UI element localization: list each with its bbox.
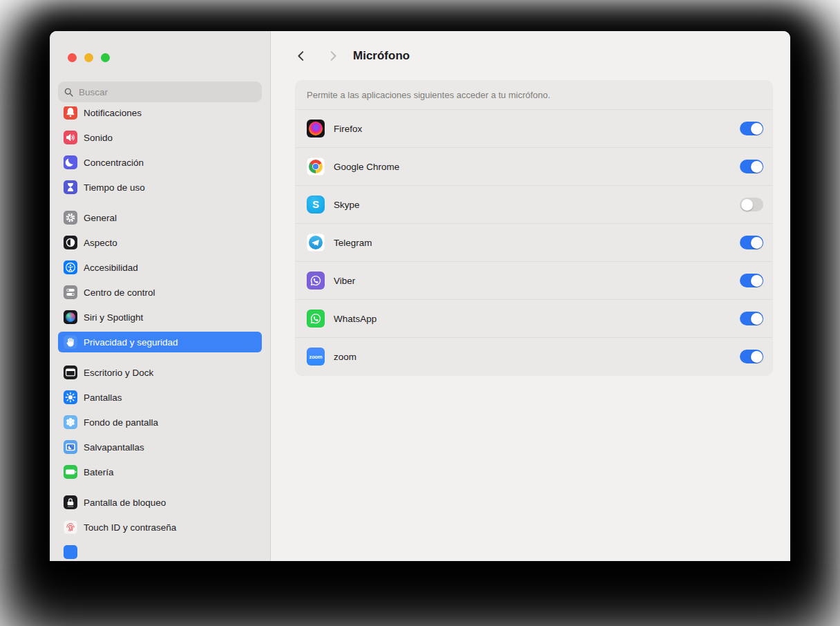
sidebar-item-notificaciones[interactable]: Notificaciones	[58, 106, 262, 123]
sidebar-item-label: Salvapantallas	[84, 442, 144, 453]
sidebar-group: NotificacionesSonidoConcentraciónTiempo …	[58, 106, 262, 198]
sidebar-item-pantalla-de-bloqueo[interactable]: Pantalla de bloqueo	[58, 492, 262, 513]
toggle-knob	[751, 161, 763, 173]
moon-icon	[64, 155, 77, 169]
sidebar-item-touch-id-y-contrasena[interactable]: Touch ID y contraseña	[58, 517, 262, 538]
search-input[interactable]	[77, 86, 256, 98]
app-name: Telegram	[334, 238, 372, 248]
sidebar-group: Pantalla de bloqueoTouch ID y contraseña	[58, 492, 262, 561]
sidebar-item-accesibilidad[interactable]: Accesibilidad	[58, 257, 262, 278]
close-window-button[interactable]	[68, 53, 77, 62]
toggle-viber[interactable]	[740, 274, 763, 287]
sidebar-item-partial[interactable]	[58, 542, 262, 561]
app-list: FirefoxGoogle ChromeSSkypeTelegramViberW…	[296, 110, 772, 375]
sidebar-item-label: Privacidad y seguridad	[84, 337, 178, 348]
sidebar-group: Escritorio y DockPantallasFondo de panta…	[58, 362, 262, 482]
speaker-icon	[64, 131, 77, 144]
sidebar-item-label: Sonido	[84, 133, 113, 143]
window-controls	[68, 53, 270, 62]
toggle-firefox[interactable]	[740, 122, 763, 135]
chevron-right-icon	[327, 50, 339, 62]
sidebar-group: GeneralAspectoAccesibilidadCentro de con…	[58, 207, 262, 352]
sidebar-item-label: Siri y Spotlight	[84, 312, 143, 323]
sidebar-item-label: Tiempo de uso	[84, 182, 145, 193]
telegram-app-icon	[307, 234, 325, 252]
viber-app-icon	[307, 272, 325, 290]
hand-icon	[64, 335, 77, 349]
sidebar-item-label: Pantalla de bloqueo	[84, 497, 166, 508]
toggle-knob	[741, 199, 753, 211]
app-name: Viber	[334, 276, 355, 286]
panel-description: Permite a las aplicaciones siguientes ac…	[296, 81, 772, 110]
sidebar-item-centro-de-control[interactable]: Centro de control	[58, 282, 262, 303]
sidebar-item-label: Concentración	[84, 158, 144, 168]
toggle-knob	[751, 313, 763, 325]
sidebar-item-label: Batería	[84, 467, 114, 477]
bell-icon	[64, 106, 77, 120]
content-pane: Micrófono Permite a las aplicaciones sig…	[271, 31, 790, 561]
page-title: Micrófono	[353, 49, 410, 63]
zoom-window-button[interactable]	[101, 53, 110, 62]
toggle-google-chrome[interactable]	[740, 160, 763, 173]
sidebar-search-field[interactable]	[58, 82, 262, 102]
app-row-viber: Viber	[296, 262, 772, 300]
sidebar-item-general[interactable]: General	[58, 207, 262, 228]
sidebar-item-privacidad-y-seguridad[interactable]: Privacidad y seguridad	[58, 332, 262, 352]
desktop-background: NotificacionesSonidoConcentraciónTiempo …	[0, 0, 840, 626]
content-header: Micrófono	[271, 31, 790, 81]
forward-button[interactable]	[325, 48, 341, 64]
app-row-zoom: zoomzoom	[296, 338, 772, 375]
sidebar-item-label: Notificaciones	[84, 108, 142, 118]
sidebar-item-label: Centro de control	[84, 287, 155, 298]
sidebar-item-label: Escritorio y Dock	[84, 368, 153, 378]
toggle-knob	[751, 237, 763, 249]
hourglass-icon	[64, 180, 77, 194]
app-name: zoom	[334, 352, 356, 362]
firefox-app-icon	[307, 120, 325, 137]
sidebar-item-tiempo-de-uso[interactable]: Tiempo de uso	[58, 177, 262, 198]
sidebar-item-salvapantallas[interactable]: Salvapantallas	[58, 437, 262, 457]
app-row-skype: SSkype	[296, 186, 772, 224]
lock-icon	[64, 495, 77, 509]
toggle-telegram[interactable]	[740, 236, 763, 249]
app-name: WhatsApp	[334, 314, 376, 324]
app-name: Firefox	[334, 124, 362, 134]
sidebar-item-pantallas[interactable]: Pantallas	[58, 387, 262, 408]
sidebar-item-aspecto[interactable]: Aspecto	[58, 232, 262, 253]
sidebar-item-label: Pantallas	[84, 392, 122, 403]
toggle-knob	[751, 123, 763, 135]
flower-icon	[64, 415, 77, 429]
sidebar: NotificacionesSonidoConcentraciónTiempo …	[50, 31, 271, 561]
toggle-zoom[interactable]	[740, 350, 763, 363]
app-row-telegram: Telegram	[296, 224, 772, 262]
app-name: Google Chrome	[334, 162, 399, 172]
sidebar-item-label: Touch ID y contraseña	[84, 522, 176, 533]
app-row-firefox: Firefox	[296, 110, 772, 148]
sidebar-item-sonido[interactable]: Sonido	[58, 127, 262, 148]
chrome-app-icon	[307, 158, 325, 176]
system-settings-window: NotificacionesSonidoConcentraciónTiempo …	[50, 31, 790, 561]
zoom-app-icon: zoom	[307, 348, 325, 366]
minimize-window-button[interactable]	[84, 53, 93, 62]
sidebar-item-label: General	[84, 213, 117, 223]
sidebar-item-concentracion[interactable]: Concentración	[58, 152, 262, 173]
sidebar-item-label: Accesibilidad	[84, 263, 138, 273]
sliders-icon	[64, 285, 77, 299]
accessibility-icon	[64, 260, 77, 274]
sidebar-item-bateria[interactable]: Batería	[58, 462, 262, 482]
toggle-skype[interactable]	[740, 198, 763, 211]
sidebar-item-fondo-de-pantalla[interactable]: Fondo de pantalla	[58, 412, 262, 433]
sidebar-item-siri-y-spotlight[interactable]: Siri y Spotlight	[58, 307, 262, 328]
partial-blue-icon	[64, 545, 77, 559]
battery-icon	[64, 465, 77, 479]
back-button[interactable]	[294, 48, 309, 64]
desktop-icon	[64, 366, 77, 379]
sidebar-item-escritorio-y-dock[interactable]: Escritorio y Dock	[58, 362, 262, 383]
sidebar-nav: NotificacionesSonidoConcentraciónTiempo …	[50, 106, 270, 561]
toggle-knob	[751, 275, 763, 287]
search-icon	[64, 88, 73, 97]
microphone-permissions-panel: Permite a las aplicaciones siguientes ac…	[296, 81, 772, 375]
siri-icon	[64, 310, 77, 324]
skype-app-icon: S	[307, 196, 325, 214]
toggle-whatsapp[interactable]	[740, 312, 763, 325]
